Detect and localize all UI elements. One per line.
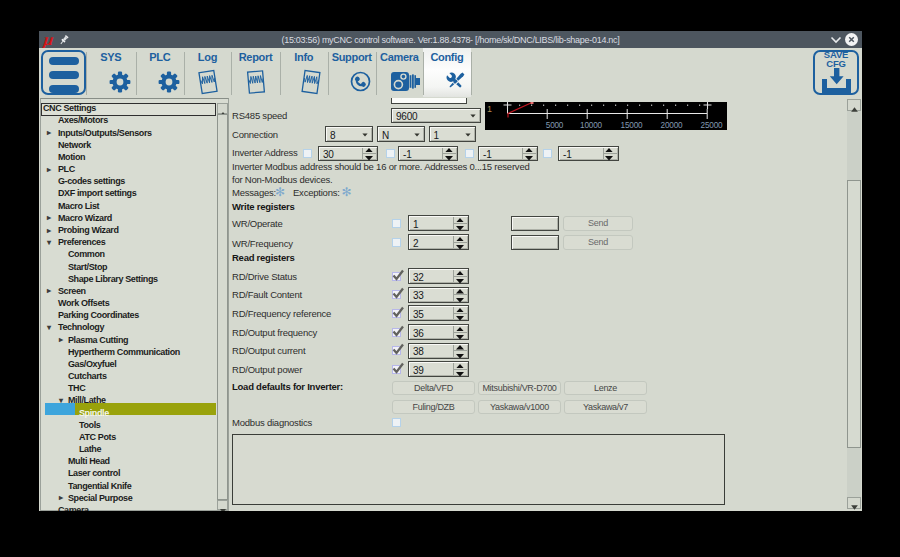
svg-text:25000: 25000 <box>701 121 723 130</box>
svg-text:5000: 5000 <box>546 121 564 130</box>
svg-text:1: 1 <box>487 104 492 114</box>
svg-text:15000: 15000 <box>621 121 643 130</box>
svg-text:10000: 10000 <box>580 121 602 130</box>
svg-text:20000: 20000 <box>661 121 683 130</box>
